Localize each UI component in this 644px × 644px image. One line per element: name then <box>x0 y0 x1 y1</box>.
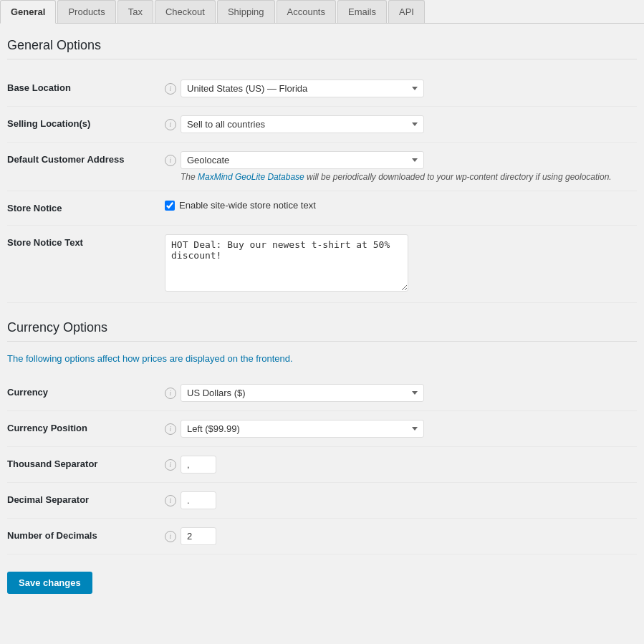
default-customer-address-help-icon[interactable]: i <box>165 155 176 166</box>
decimal-separator-label: Decimal Separator <box>7 483 165 519</box>
currency-position-help-icon[interactable]: i <box>165 423 176 435</box>
currency-options-title: Currency Options <box>7 320 637 342</box>
table-row: Thousand Separator i <box>7 447 637 483</box>
table-row: Default Customer Address i Geolocate The… <box>7 143 637 191</box>
note-prefix: The <box>181 172 198 182</box>
general-options-title: General Options <box>7 38 637 59</box>
number-of-decimals-label: Number of Decimals <box>7 519 165 554</box>
selling-locations-field: i Sell to all countries <box>165 115 637 133</box>
thousand-separator-field: i <box>165 456 637 474</box>
store-notice-field: Enable site-wide store notice text <box>165 200 637 211</box>
tab-general[interactable]: General <box>0 0 56 24</box>
save-button[interactable]: Save changes <box>7 572 92 594</box>
tabs-nav: General Products Tax Checkout Shipping A… <box>0 0 644 24</box>
tab-accounts[interactable]: Accounts <box>277 0 336 23</box>
geolocate-note: The MaxMind GeoLite Database will be per… <box>181 172 637 182</box>
selling-locations-help-icon[interactable]: i <box>165 119 176 130</box>
decimal-separator-help-icon[interactable]: i <box>165 495 176 506</box>
table-row: Number of Decimals i <box>7 519 637 554</box>
tab-emails[interactable]: Emails <box>337 0 387 23</box>
table-row: Currency Position i Left ($99.99) <box>7 411 637 447</box>
currency-options-table: Currency i US Dollars ($) Currency Posit… <box>7 375 637 554</box>
base-location-select[interactable]: United States (US) — Florida <box>181 80 424 97</box>
number-of-decimals-help-icon[interactable]: i <box>165 531 176 542</box>
table-row: Selling Location(s) i Sell to all countr… <box>7 107 637 143</box>
number-of-decimals-input[interactable] <box>181 527 216 545</box>
currency-help-icon[interactable]: i <box>165 388 176 399</box>
store-notice-checkbox[interactable] <box>165 201 175 211</box>
currency-position-select[interactable]: Left ($99.99) <box>181 420 424 438</box>
selling-locations-select[interactable]: Sell to all countries <box>181 115 424 133</box>
tab-shipping[interactable]: Shipping <box>217 0 275 23</box>
store-notice-label: Store Notice <box>7 191 165 226</box>
currency-position-label: Currency Position <box>7 411 165 447</box>
table-row: Store Notice Text HOT Deal: Buy our newe… <box>7 226 637 303</box>
thousand-separator-help-icon[interactable]: i <box>165 459 176 471</box>
table-row: Decimal Separator i <box>7 483 637 519</box>
table-row: Base Location i United States (US) — Flo… <box>7 71 637 107</box>
decimal-separator-field: i <box>165 491 637 509</box>
number-of-decimals-field: i <box>165 527 637 545</box>
tab-tax[interactable]: Tax <box>117 0 153 23</box>
table-row: Currency i US Dollars ($) <box>7 375 637 411</box>
maxmind-link[interactable]: MaxMind GeoLite Database <box>198 172 304 182</box>
default-customer-address-label: Default Customer Address <box>7 143 165 191</box>
currency-options-note: The following options affect how prices … <box>7 353 637 364</box>
selling-locations-label: Selling Location(s) <box>7 107 165 143</box>
store-notice-text-label: Store Notice Text <box>7 226 165 303</box>
thousand-separator-input[interactable] <box>181 456 216 474</box>
currency-position-field: i Left ($99.99) <box>165 420 637 438</box>
thousand-separator-label: Thousand Separator <box>7 447 165 483</box>
tab-checkout[interactable]: Checkout <box>155 0 216 23</box>
base-location-label: Base Location <box>7 71 165 107</box>
currency-select[interactable]: US Dollars ($) <box>181 384 424 402</box>
default-customer-address-field: i Geolocate <box>165 151 637 169</box>
decimal-separator-input[interactable] <box>181 491 216 509</box>
general-options-table: Base Location i United States (US) — Flo… <box>7 71 637 303</box>
default-customer-address-select[interactable]: Geolocate <box>181 151 424 169</box>
currency-field: i US Dollars ($) <box>165 384 637 402</box>
page-wrapper: General Products Tax Checkout Shipping A… <box>0 0 644 608</box>
tab-products[interactable]: Products <box>57 0 115 23</box>
base-location-field: i United States (US) — Florida <box>165 80 637 97</box>
store-notice-text-textarea[interactable]: HOT Deal: Buy our newest t-shirt at 50% … <box>165 234 408 292</box>
table-row: Store Notice Enable site-wide store noti… <box>7 191 637 226</box>
store-notice-checkbox-label: Enable site-wide store notice text <box>179 200 316 211</box>
content-area: General Options Base Location i United S… <box>0 24 644 608</box>
currency-label: Currency <box>7 375 165 411</box>
note-suffix: will be periodically downloaded to your … <box>304 172 612 182</box>
tab-api[interactable]: API <box>388 0 425 23</box>
base-location-help-icon[interactable]: i <box>165 83 176 95</box>
